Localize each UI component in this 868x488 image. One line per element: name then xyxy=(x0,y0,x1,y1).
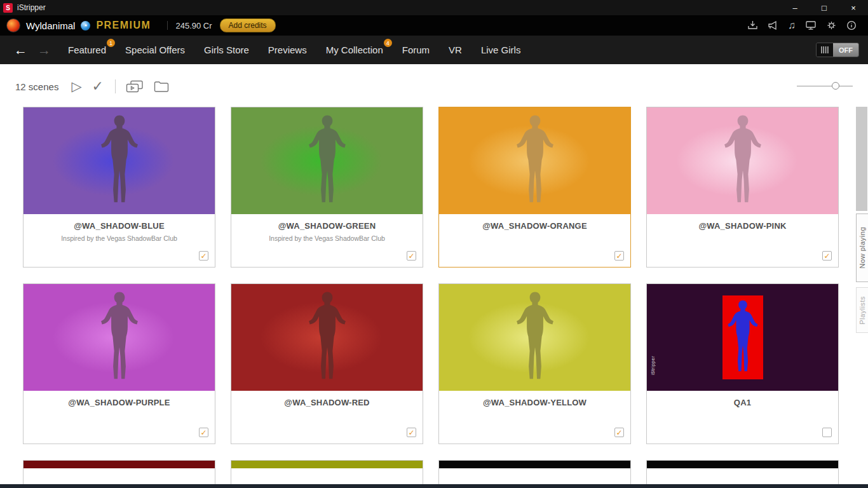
scene-thumbnail[interactable] xyxy=(24,107,215,214)
scene-card: iStripper QA1 xyxy=(646,283,839,444)
scene-card-partial[interactable] xyxy=(646,460,839,484)
right-rail: Now playing Playlists xyxy=(855,64,868,484)
scene-title: @WA_SHADOW-PINK xyxy=(647,221,838,231)
dancer-silhouette xyxy=(95,289,144,386)
collection-toolbar: 12 scenes ▷ ✓ xyxy=(15,77,180,96)
announcements-icon[interactable] xyxy=(768,20,778,30)
scene-thumbnail[interactable] xyxy=(439,461,630,468)
show-on-desktop-toggle[interactable]: OFF xyxy=(816,43,859,57)
toggle-state-label: OFF xyxy=(833,43,858,57)
scene-grid: @WA_SHADOW-BLUE Inspired by the Vegas Sh… xyxy=(23,107,839,484)
forward-arrow-icon[interactable]: → xyxy=(37,43,51,58)
scene-card-partial[interactable] xyxy=(231,460,423,484)
nav-item-vr[interactable]: VR xyxy=(439,44,471,55)
back-arrow-icon[interactable]: ← xyxy=(14,43,27,58)
user-avatar[interactable] xyxy=(6,18,20,32)
close-button-icon[interactable]: × xyxy=(839,0,868,15)
membership-level: PREMIUM xyxy=(96,20,151,31)
scene-count: 12 scenes xyxy=(15,81,58,92)
scene-thumbnail[interactable] xyxy=(231,461,423,468)
scene-checkbox[interactable] xyxy=(822,428,832,437)
maximize-button-icon[interactable]: □ xyxy=(810,0,839,15)
scrollbar-thumb[interactable] xyxy=(856,107,867,211)
scene-card-selected: @WA_SHADOW-ORANGE ✓ xyxy=(438,107,631,268)
scene-thumbnail[interactable] xyxy=(439,284,630,391)
folder-icon[interactable] xyxy=(154,80,170,93)
dancer-silhouette xyxy=(510,289,560,386)
scene-thumbnail[interactable] xyxy=(647,461,838,468)
dancer-silhouette xyxy=(302,289,352,386)
copy-scenes-icon[interactable] xyxy=(126,80,144,93)
scene-card: @WA_SHADOW-BLUE Inspired by the Vegas Sh… xyxy=(23,107,215,268)
music-icon[interactable]: ♫ xyxy=(788,20,796,30)
toolbar-divider xyxy=(115,79,116,93)
scene-title: QA1 xyxy=(647,398,838,407)
scene-card: @WA_SHADOW-PINK ✓ xyxy=(646,107,839,268)
scene-checkbox[interactable]: ✓ xyxy=(199,251,208,261)
scene-card: @WA_SHADOW-PURPLE ✓ xyxy=(23,283,215,444)
featured-badge: 1 xyxy=(107,39,115,47)
scene-thumbnail[interactable] xyxy=(647,107,838,214)
displays-icon[interactable] xyxy=(805,20,817,30)
dancer-silhouette xyxy=(510,112,560,209)
username[interactable]: Wyldanimal xyxy=(26,20,75,31)
nav-item-girls-store[interactable]: Girls Store xyxy=(194,44,259,55)
scene-subtitle: Inspired by the Vegas ShadowBar Club xyxy=(231,234,423,242)
scene-checkbox[interactable]: ✓ xyxy=(407,428,416,437)
scene-title: @WA_SHADOW-YELLOW xyxy=(439,398,630,407)
scene-checkbox[interactable]: ✓ xyxy=(407,251,416,261)
select-all-icon[interactable]: ✓ xyxy=(92,79,104,93)
window-controls: – □ × xyxy=(780,0,868,15)
scene-card: @WA_SHADOW-RED ✓ xyxy=(231,283,423,444)
scene-checkbox[interactable]: ✓ xyxy=(199,428,208,437)
nav-item-forum[interactable]: Forum xyxy=(393,44,439,55)
downloads-icon[interactable] xyxy=(747,20,758,30)
scene-card-partial[interactable] xyxy=(23,460,215,484)
scene-thumbnail[interactable] xyxy=(439,107,630,214)
thumbnail-zoom-slider[interactable] xyxy=(797,81,853,91)
scene-card-partial[interactable] xyxy=(438,460,631,484)
scene-checkbox[interactable]: ✓ xyxy=(614,251,624,261)
credits-balance: 245.90 Cr xyxy=(175,21,212,30)
scene-thumbnail[interactable]: iStripper xyxy=(647,284,838,391)
add-credits-button[interactable]: Add credits xyxy=(220,18,276,32)
scene-card: @WA_SHADOW-YELLOW ✓ xyxy=(438,283,631,444)
dancer-silhouette xyxy=(95,112,144,209)
nav-item-my-collection[interactable]: My Collection 4 xyxy=(316,44,393,55)
tab-playlists[interactable]: Playlists xyxy=(856,287,868,333)
scene-thumbnail[interactable] xyxy=(231,284,423,391)
account-bar: Wyldanimal ★ PREMIUM 245.90 Cr Add credi… xyxy=(0,15,868,36)
tab-now-playing[interactable]: Now playing xyxy=(856,214,868,282)
dancer-silhouette xyxy=(718,112,768,209)
nav-item-featured[interactable]: Featured 1 xyxy=(58,44,116,55)
main-nav: ← → Featured 1 Special Offers Girls Stor… xyxy=(0,36,868,64)
nav-item-live-girls[interactable]: Live Girls xyxy=(471,44,531,55)
scene-subtitle: Inspired by the Vegas ShadowBar Club xyxy=(24,234,215,242)
window-title: iStripper xyxy=(17,3,46,12)
scene-thumbnail[interactable] xyxy=(231,107,423,214)
scene-title: @WA_SHADOW-BLUE xyxy=(24,221,215,231)
scene-title: @WA_SHADOW-PURPLE xyxy=(24,398,215,407)
play-all-icon[interactable]: ▷ xyxy=(71,79,81,93)
divider xyxy=(167,21,168,30)
titlebar: S iStripper – □ × xyxy=(0,0,868,15)
zoom-slider-track[interactable] xyxy=(797,86,853,86)
scene-checkbox[interactable]: ✓ xyxy=(614,428,624,437)
window-bottom-edge xyxy=(0,484,868,488)
zoom-slider-knob[interactable] xyxy=(832,82,839,90)
dancer-silhouette xyxy=(723,298,763,377)
scene-thumbnail[interactable] xyxy=(24,461,215,468)
settings-gear-icon[interactable] xyxy=(826,20,837,30)
scene-title: @WA_SHADOW-ORANGE xyxy=(439,221,630,231)
app-logo-icon: S xyxy=(3,3,13,13)
nav-item-previews[interactable]: Previews xyxy=(259,44,316,55)
collection-content: 12 scenes ▷ ✓ @WA_SHADOW-BLUE xyxy=(0,64,868,484)
dancer-silhouette xyxy=(302,112,352,209)
info-icon[interactable] xyxy=(846,20,857,30)
scene-title: @WA_SHADOW-RED xyxy=(231,398,423,407)
minimize-button-icon[interactable]: – xyxy=(780,0,810,15)
scene-thumbnail[interactable] xyxy=(24,284,215,391)
scene-checkbox[interactable]: ✓ xyxy=(822,251,832,261)
scene-title: @WA_SHADOW-GREEN xyxy=(231,221,423,231)
nav-item-special-offers[interactable]: Special Offers xyxy=(116,44,194,55)
